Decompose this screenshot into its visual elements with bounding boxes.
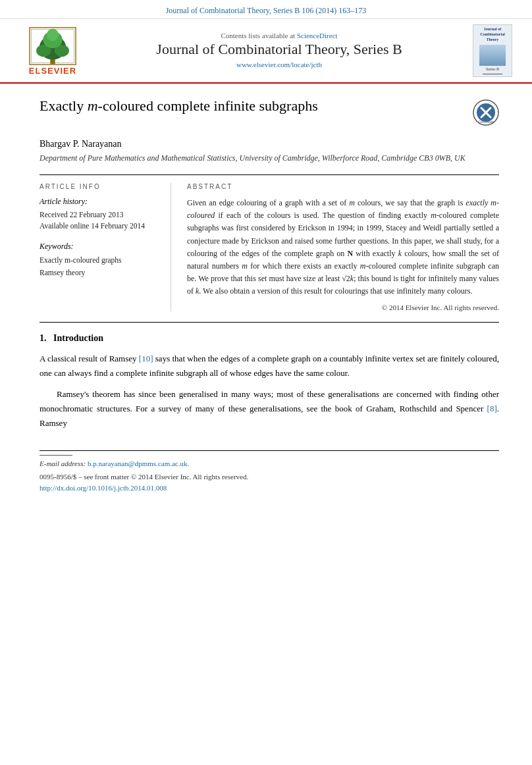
two-column-section: ARTICLE INFO Article history: Received 2… bbox=[40, 174, 499, 311]
elsevier-brand-text: ELSEVIER bbox=[29, 66, 76, 76]
separator-1 bbox=[40, 322, 499, 323]
journal-banner: ELSEVIER Contents lists available at Sci… bbox=[0, 19, 532, 84]
keyword-1: Exactly m-coloured graphs Ramsey theory bbox=[40, 254, 160, 280]
received-date: Received 22 February 2013 bbox=[40, 209, 160, 221]
elsevier-logo: ELSEVIER bbox=[20, 26, 86, 76]
article-info-column: ARTICLE INFO Article history: Received 2… bbox=[40, 183, 171, 311]
introduction-section: 1. Introduction A classical result of Ra… bbox=[40, 333, 499, 431]
affiliation: Department of Pure Mathematics and Mathe… bbox=[40, 152, 499, 164]
abstract-header: ABSTRACT bbox=[187, 183, 499, 190]
abstract-column: ABSTRACT Given an edge colouring of a gr… bbox=[187, 183, 499, 311]
journal-info-center: Contents lists available at ScienceDirec… bbox=[96, 32, 462, 70]
journal-header-top: Journal of Combinatorial Theory, Series … bbox=[0, 0, 532, 19]
sciencedirect-link[interactable]: ScienceDirect bbox=[297, 32, 338, 40]
doi-link[interactable]: http://dx.doi.org/10.1016/j.jctb.2014.01… bbox=[40, 484, 167, 492]
crossmark-badge: CrossMark bbox=[473, 99, 499, 126]
email-link[interactable]: b.p.narayanan@dpmms.cam.ac.uk. bbox=[88, 460, 189, 467]
article-info-header: ARTICLE INFO bbox=[40, 183, 160, 190]
copyright-line: © 2014 Elsevier Inc. All rights reserved… bbox=[187, 303, 499, 311]
main-content: Exactly m-coloured complete infinite sub… bbox=[0, 84, 532, 505]
elsevier-tree-icon bbox=[26, 26, 79, 66]
svg-text:CrossMark: CrossMark bbox=[478, 120, 494, 124]
article-title-section: Exactly m-coloured complete infinite sub… bbox=[40, 97, 499, 131]
intro-paragraph-1: A classical result of Ramsey [10] says t… bbox=[40, 352, 499, 381]
journal-citation: Journal of Combinatorial Theory, Series … bbox=[166, 6, 367, 15]
issn-line: 0095-8956/$ – see front matter © 2014 El… bbox=[40, 471, 499, 483]
doi-line: http://dx.doi.org/10.1016/j.jctb.2014.01… bbox=[40, 484, 499, 492]
email-footnote: E-mail address: b.p.narayanan@dpmms.cam.… bbox=[40, 458, 499, 469]
article-title: Exactly m-coloured complete infinite sub… bbox=[40, 97, 460, 116]
introduction-title: 1. Introduction bbox=[40, 333, 499, 344]
ref-10-link[interactable]: [10] bbox=[139, 354, 153, 363]
abstract-text: Given an edge colouring of a graph with … bbox=[187, 197, 499, 298]
footnote-section: E-mail address: b.p.narayanan@dpmms.cam.… bbox=[40, 450, 499, 492]
journal-url-link[interactable]: www.elsevier.com/locate/jctb bbox=[236, 61, 322, 68]
keywords-title: Keywords: bbox=[40, 242, 160, 251]
history-title: Article history: bbox=[40, 197, 160, 207]
journal-cover-thumbnail: Journal ofCombinatorialTheory Series B bbox=[473, 24, 512, 77]
journal-title-banner: Journal of Combinatorial Theory, Series … bbox=[96, 41, 462, 58]
ref-8-link[interactable]: [8] bbox=[487, 404, 497, 413]
contents-line: Contents lists available at ScienceDirec… bbox=[96, 32, 462, 40]
intro-paragraph-2: Ramsey's theorem has since been generali… bbox=[40, 387, 499, 431]
author-name: Bhargav P. Narayanan bbox=[40, 139, 499, 149]
available-date: Available online 14 February 2014 bbox=[40, 221, 160, 232]
